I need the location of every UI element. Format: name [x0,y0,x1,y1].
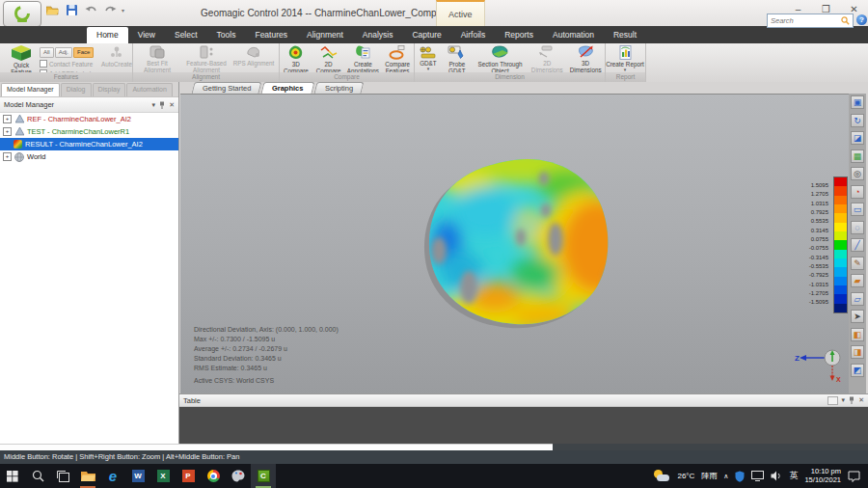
tab-analysis[interactable]: Analysis [353,26,403,43]
tab-features[interactable]: Features [245,26,297,43]
color-scale-label: 0.0755 [811,236,828,242]
tab-alignment[interactable]: Alignment [297,26,353,43]
panel-menu-caret[interactable]: ▾ [842,396,846,404]
feature-filter-all[interactable]: All [40,47,54,58]
create-annotations-button[interactable]: Create Annotations [345,43,382,74]
pick-tool-icon[interactable]: ➤ [851,310,864,323]
task-view-button[interactable] [50,464,75,488]
rps-alignment-button[interactable]: RPS Alignment [231,43,276,67]
pin-icon[interactable] [849,396,854,404]
excel-icon: X [157,470,170,482]
tab-dialog[interactable]: Dialog [61,83,92,96]
compare-features-button[interactable]: Compare Features [381,43,414,74]
tab-select[interactable]: Select [165,26,207,43]
word-button[interactable]: W [125,464,150,488]
color-wheel-icon[interactable]: ◔ [851,185,864,199]
custom-region-select-icon[interactable]: ▰ [851,274,864,287]
shield-icon[interactable] [735,471,745,482]
rotate-view-icon[interactable]: ↻ [851,114,864,127]
tab-result[interactable]: Result [604,26,646,43]
expander-icon[interactable]: + [3,127,12,136]
tab-getting-started[interactable]: Getting Started [192,82,262,94]
ellipse-select-icon[interactable]: ◌ [851,221,864,234]
tab-tools[interactable]: Tools [207,26,246,43]
powerpoint-button[interactable]: P [176,464,201,488]
backface-select-icon[interactable]: ◩ [851,364,864,377]
clock[interactable]: 10:10 pm 15/10/2021 [804,468,841,484]
tree-item-result[interactable]: RESULT - CharmineChanLower_AI2 [0,138,178,150]
internet-explorer-icon: e [109,469,117,483]
chrome-button[interactable] [201,464,226,488]
tree-item-world[interactable]: + World [0,150,178,163]
autocreate-button[interactable]: AutoCreate [101,43,132,68]
language-indicator[interactable]: 英 [789,470,798,482]
open-file-button[interactable] [44,3,60,17]
file-explorer-button[interactable] [75,464,100,488]
tab-model-manager[interactable]: Model Manager [1,83,60,96]
app-logo-button[interactable] [3,1,41,27]
rectangle-select-icon[interactable]: ▭ [851,203,864,216]
feature-filter-adj[interactable]: Adj. [55,47,72,58]
feature-based-alignment-button[interactable]: Feature-Based Alignment [181,43,231,73]
pin-icon[interactable] [159,101,165,109]
snapshot-icon[interactable]: ▦ [851,149,864,163]
tab-automation-panel[interactable]: Automation [126,83,172,96]
save-button[interactable] [64,3,79,17]
tab-view[interactable]: View [128,26,165,43]
2d-compare-icon [320,45,338,60]
gdt-button[interactable]: GD&T ▾ [415,43,442,70]
tab-graphics[interactable]: Graphics [261,82,315,94]
deviation-heatmap-model[interactable] [413,152,627,332]
geomagic-control-button[interactable]: C [251,464,276,488]
panel-menu-caret[interactable]: ▾ [152,101,156,109]
tab-airfoils[interactable]: Airfoils [451,26,496,43]
paintbrush-select-icon[interactable]: ✎ [851,257,864,270]
taskbar-search-button[interactable] [25,464,50,488]
contact-feature-checkbox[interactable] [40,60,47,68]
tab-automation[interactable]: Automation [543,26,604,43]
panel-restore-icon[interactable] [827,396,838,405]
weather-label[interactable]: 陣雨 [701,471,717,481]
polygon-select-icon[interactable]: ▱ [851,292,864,306]
help-button[interactable]: ? [856,14,867,25]
start-button[interactable] [0,464,25,488]
3d-compare-button[interactable]: 3D Compare [280,43,312,74]
display-icon[interactable] [751,471,764,481]
tab-display[interactable]: Display [93,83,126,96]
panel-close-icon[interactable]: ✕ [858,396,864,404]
undo-button[interactable] [83,3,98,17]
section-through-object-button[interactable]: Section Through Object [473,43,529,74]
tab-capture[interactable]: Capture [402,26,450,43]
weather-icon[interactable] [654,470,670,483]
search-input[interactable] [768,16,841,25]
paint3d-button[interactable] [226,464,251,488]
fit-view-icon[interactable]: ▣ [851,95,864,109]
line-select-icon[interactable]: ╱ [851,238,864,252]
tab-scripting[interactable]: Scripting [313,82,364,94]
excel-button[interactable]: X [150,464,176,488]
temperature-label[interactable]: 26°C [677,472,694,480]
2d-compare-button[interactable]: 2D Compare [312,43,345,74]
tray-expand-caret[interactable]: ∧ [723,473,728,480]
panel-close-icon[interactable]: ✕ [169,101,175,109]
tab-home[interactable]: Home [87,27,128,43]
expander-icon[interactable]: + [3,115,12,123]
quick-feature-button[interactable]: Quick Feature [3,43,40,75]
feature-filter-face[interactable]: Face [73,47,94,58]
tree-item-test[interactable]: + TEST - CharmineChanLowerR1 [0,125,178,138]
tree-item-ref[interactable]: + REF - CharmineChanLower_AI2 [0,113,178,125]
probe-gdt-button[interactable]: Probe GD&T [442,43,473,74]
zoom-tool-icon[interactable]: ◎ [851,167,864,180]
select-visible-icon[interactable]: ◧ [851,328,864,341]
tab-reports[interactable]: Reports [495,26,543,43]
speaker-icon[interactable] [771,471,782,481]
create-report-button[interactable]: Create Report ▾ [606,43,644,71]
redo-button[interactable] [102,3,118,17]
quick-access-dropdown[interactable]: ▾ [122,7,124,14]
action-center-icon[interactable] [848,471,860,482]
select-through-icon[interactable]: ◨ [851,345,864,359]
best-fit-alignment-button[interactable]: Best Fit Alignment [133,43,181,73]
shaded-view-icon[interactable]: ◪ [851,131,864,145]
expander-icon[interactable]: + [3,152,12,161]
internet-explorer-button[interactable]: e [100,464,125,488]
